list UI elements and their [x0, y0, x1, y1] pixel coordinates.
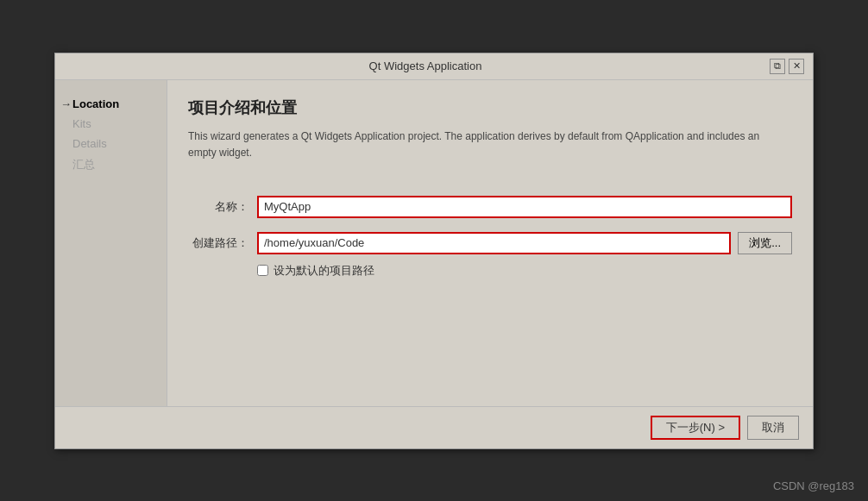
next-button[interactable]: 下一步(N) > — [651, 416, 740, 440]
description: This wizard generates a Qt Widgets Appli… — [188, 128, 775, 161]
dialog-title: Qt Widgets Application — [81, 59, 770, 72]
dialog-footer: 下一步(N) > 取消 — [55, 406, 813, 448]
checkbox-row: 设为默认的项目路径 — [257, 263, 792, 279]
name-label: 名称： — [188, 199, 248, 215]
default-path-checkbox[interactable] — [257, 265, 268, 276]
name-input[interactable] — [257, 196, 792, 218]
title-bar-controls: ⧉ ✕ — [770, 59, 804, 74]
close-button[interactable]: ✕ — [789, 59, 804, 74]
sidebar-item-label: Location — [72, 97, 119, 110]
sidebar-item-location[interactable]: Location — [55, 94, 167, 114]
close-icon: ✕ — [793, 60, 801, 72]
restore-button[interactable]: ⧉ — [770, 59, 785, 74]
sidebar: Location Kits Details 汇总 — [55, 80, 167, 406]
checkbox-label: 设为默认的项目路径 — [274, 263, 374, 279]
path-label: 创建路径： — [188, 235, 248, 251]
sidebar-item-details: Details — [55, 134, 167, 153]
sidebar-item-label: Kits — [72, 117, 91, 130]
dialog-body: Location Kits Details 汇总 项目介绍和位置 This wi… — [55, 80, 813, 406]
path-row: 创建路径： 浏览... — [188, 232, 792, 254]
title-bar: Qt Widgets Application ⧉ ✕ — [55, 53, 813, 80]
cancel-button[interactable]: 取消 — [747, 416, 799, 440]
watermark: CSDN @reg183 — [773, 479, 854, 492]
sidebar-item-label: 汇总 — [72, 158, 95, 171]
path-input[interactable] — [257, 232, 731, 254]
page-title: 项目介绍和位置 — [188, 97, 792, 118]
dialog: Qt Widgets Application ⧉ ✕ Location Kits… — [54, 53, 814, 449]
sidebar-item-label: Details — [72, 137, 107, 150]
main-content: 项目介绍和位置 This wizard generates a Qt Widge… — [167, 80, 813, 406]
sidebar-item-summary: 汇总 — [55, 153, 167, 176]
name-row: 名称： — [188, 196, 792, 218]
browse-button[interactable]: 浏览... — [738, 232, 792, 254]
form-section: 名称： 创建路径： 浏览... 设为默认的项目路径 — [188, 196, 792, 279]
sidebar-item-kits: Kits — [55, 114, 167, 134]
restore-icon: ⧉ — [774, 60, 781, 72]
